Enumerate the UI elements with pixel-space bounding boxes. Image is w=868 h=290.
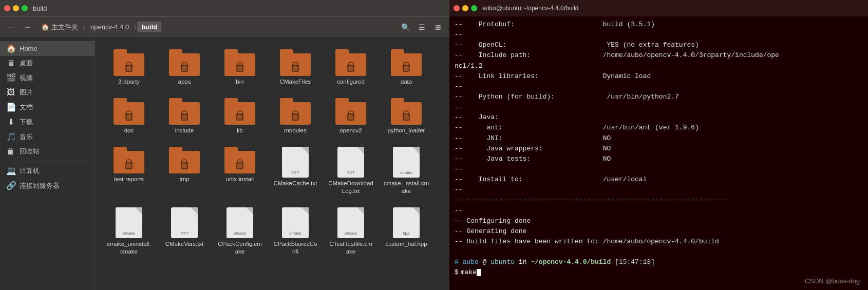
breadcrumb-opencv-label: opencv-4.4.0	[90, 23, 129, 31]
folder-icon	[169, 98, 200, 125]
home-icon: 🏠	[6, 44, 15, 53]
list-item[interactable]: lib	[214, 94, 266, 139]
breadcrumb-home[interactable]: 🏠 主文件夹	[37, 21, 82, 33]
list-item[interactable]: cmake CPackConfig.cmake	[214, 203, 266, 260]
file-name: CMakeDownloadLog.txt	[328, 180, 374, 195]
list-item[interactable]: apps	[159, 45, 210, 90]
term-line: -- ant: /usr/bin/ant (ver 1.9.6)	[455, 123, 863, 133]
list-item[interactable]: CMakeFiles	[270, 45, 321, 90]
terminal-title: aubo@ubuntu:~/opencv-4.4.0/build	[482, 5, 578, 12]
term-line	[455, 247, 863, 257]
downloads-icon: ⬇	[6, 117, 15, 127]
term-line: --	[455, 102, 863, 112]
file-manager: build ← → 🏠 主文件夹 › opencv-4.4.0 › build …	[0, 0, 449, 290]
maximize-button[interactable]	[22, 5, 28, 11]
breadcrumb: 🏠 主文件夹 › opencv-4.4.0 › build	[37, 21, 396, 33]
file-ext-label: TXT	[347, 170, 354, 176]
term-line: ncl/1.2	[455, 61, 863, 71]
folder-icon	[114, 98, 144, 125]
sidebar-trash-label: 回收站	[20, 147, 40, 156]
file-name: apps	[178, 78, 191, 86]
list-view-button[interactable]: ☰	[414, 20, 429, 34]
file-name: python_loader	[388, 127, 425, 134]
terminal-titlebar: aubo@ubuntu:~/opencv-4.4.0/build	[449, 0, 868, 16]
server-icon: 🔗	[6, 181, 15, 190]
file-text-icon: cmake	[337, 207, 364, 238]
sidebar-item-trash[interactable]: 🗑 回收站	[0, 144, 95, 159]
term-line: -- Include path: /home/aubo/opencv-4.4.0…	[455, 50, 863, 61]
search-button[interactable]: 🔍	[398, 20, 412, 34]
minimize-button[interactable]	[13, 5, 19, 11]
list-item[interactable]: data	[381, 45, 432, 90]
list-item[interactable]: doc	[103, 94, 155, 139]
list-item[interactable]: opencv2	[325, 94, 376, 139]
sidebar-item-desktop[interactable]: 🖥 桌面	[0, 56, 95, 70]
terminal-traffic-lights	[454, 5, 477, 11]
file-name: data	[401, 78, 412, 86]
list-item[interactable]: 3rdparty	[103, 45, 155, 90]
sidebar-item-downloads[interactable]: ⬇ 下载	[0, 114, 95, 129]
list-item[interactable]: cmake cmake_install.cmake	[381, 143, 432, 199]
prompt-user: # aubo	[455, 257, 479, 267]
term-line: -- Protobuf: build (3.5.1)	[455, 20, 863, 30]
forward-button[interactable]: →	[21, 20, 35, 34]
terminal-maximize-button[interactable]	[471, 5, 477, 11]
toolbar-actions: 🔍 ☰ ⊞	[398, 20, 445, 34]
fm-toolbar: ← → 🏠 主文件夹 › opencv-4.4.0 › build 🔍 ☰ ⊞	[0, 16, 449, 37]
sidebar-item-connect-server[interactable]: 🔗 连接到服务器	[0, 178, 95, 193]
folder-icon	[114, 147, 144, 173]
terminal-minimize-button[interactable]	[462, 5, 468, 11]
window-title: build	[33, 5, 47, 12]
pictures-icon: 🖼	[6, 88, 15, 97]
close-button[interactable]	[4, 5, 10, 11]
folder-icon	[224, 49, 255, 76]
term-line: --	[455, 206, 863, 216]
breadcrumb-opencv[interactable]: opencv-4.4.0	[86, 22, 133, 32]
breadcrumb-sep-2: ›	[134, 24, 136, 31]
list-item[interactable]: tmp	[159, 143, 210, 199]
sidebar-downloads-label: 下载	[20, 118, 33, 127]
terminal-close-button[interactable]	[454, 5, 460, 11]
breadcrumb-build[interactable]: build	[137, 22, 161, 32]
list-item[interactable]: cmake cmake_uninstall.cmake	[103, 203, 155, 260]
list-item[interactable]: bin	[214, 45, 266, 90]
sidebar-item-pictures[interactable]: 🖼 图片	[0, 85, 95, 100]
sidebar-home-label: Home	[20, 45, 37, 52]
file-text-icon: cmake	[282, 207, 309, 238]
folder-icon	[391, 98, 422, 125]
file-ext-label: TXT	[180, 231, 188, 236]
list-item[interactable]: TXT CMakeCache.txt	[270, 143, 321, 199]
sidebar-item-computer[interactable]: 💻 计算机	[0, 163, 95, 178]
list-item[interactable]: python_loader	[381, 94, 432, 139]
list-item[interactable]: modules	[270, 94, 321, 139]
list-item[interactable]: unix-install	[214, 143, 266, 199]
term-command-line[interactable]: $ make	[455, 267, 863, 278]
back-button[interactable]: ←	[4, 20, 18, 34]
list-item[interactable]: cmake CPackSourceConfi	[270, 203, 321, 260]
term-line: -- JNI: NO	[455, 133, 863, 144]
list-item[interactable]: TXT CMakeDownloadLog.txt	[325, 143, 376, 199]
sidebar-separator	[6, 161, 88, 161]
list-item[interactable]: configured	[325, 45, 376, 90]
sidebar-desktop-label: 桌面	[20, 59, 33, 68]
folder-icon	[280, 98, 311, 125]
term-line: -- OpenCL: YES (no extra features)	[455, 40, 863, 50]
sidebar-item-documents[interactable]: 📄 文档	[0, 100, 95, 114]
folder-icon	[391, 49, 422, 76]
sidebar-pictures-label: 图片	[20, 88, 33, 97]
term-line: --	[455, 164, 863, 175]
list-item[interactable]: test-reports	[103, 143, 155, 199]
folder-icon	[280, 49, 311, 76]
file-text-icon: TXT	[282, 147, 309, 178]
list-item[interactable]: include	[159, 94, 210, 139]
sidebar-item-music[interactable]: 🎵 音乐	[0, 129, 95, 144]
list-item[interactable]: TXT CMakeVars.txt	[159, 203, 210, 260]
list-item[interactable]: cmake CTestTestfile.cmake	[325, 203, 376, 260]
sidebar-item-videos[interactable]: 🎬 视频	[0, 70, 95, 85]
sidebar-item-home[interactable]: 🏠 Home	[0, 41, 95, 56]
list-item[interactable]: hpp custom_hal.hpp	[381, 203, 432, 260]
grid-view-button[interactable]: ⊞	[431, 20, 445, 34]
terminal-body[interactable]: -- Protobuf: build (3.5.1) -- -- OpenCL:…	[449, 16, 868, 290]
file-ext-label: cmake	[345, 231, 357, 236]
file-name: tmp	[179, 176, 189, 183]
